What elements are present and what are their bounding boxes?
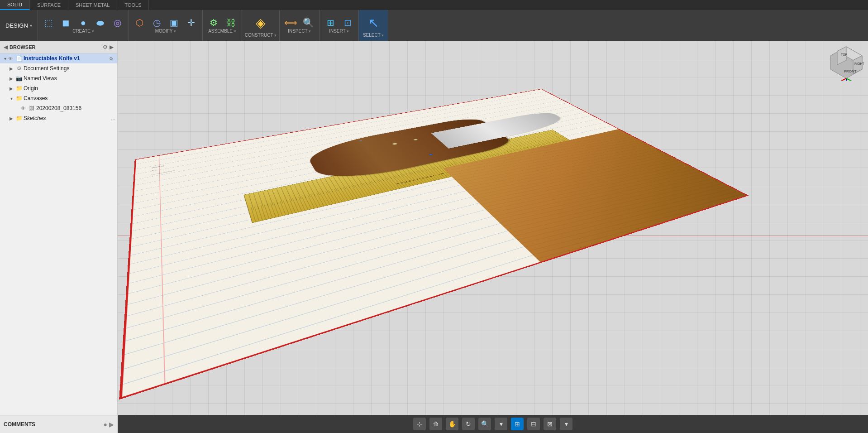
construct-section: ◈ CONSTRUCT ▾ [242, 10, 280, 41]
browser-expand-icon[interactable]: ▶ [110, 44, 114, 50]
root-settings[interactable]: ⚙ [109, 56, 115, 61]
visual-style-dropdown[interactable]: ▾ [560, 418, 572, 430]
doc-settings-label: Document Settings [24, 65, 115, 72]
snap-grid-btn[interactable]: ⊹ [413, 418, 426, 430]
named-views-icon: 📷 [15, 75, 23, 82]
select-btn[interactable]: ↖ [362, 14, 385, 32]
tree-item-origin[interactable]: ▶ 📁 Origin [0, 83, 117, 93]
construct-btn[interactable]: ◈ [249, 14, 272, 32]
canvas-file-eye[interactable]: 👁 [21, 106, 27, 111]
viewport-3d: Wating K Gu Gu Sample EDUCATIONAL IN NAT… [118, 41, 868, 415]
svg-text:FRONT: FRONT [844, 69, 857, 73]
sketches-folder-icon: 📁 [15, 115, 23, 122]
shell-btn[interactable]: ▣ [166, 17, 182, 28]
assemble-label: ASSEMBLE ▾ [208, 29, 236, 34]
viewport-plane[interactable]: Wating K Gu Gu Sample EDUCATIONAL IN NAT… [119, 89, 749, 399]
design-dropdown[interactable]: DESIGN ▾ [0, 10, 38, 41]
select-label: SELECT ▾ [363, 33, 384, 38]
visual-style-btn[interactable]: ⊠ [544, 418, 556, 430]
create-label: CREATE ▾ [72, 29, 94, 34]
bottom-status-bar: ⊹ ⟰ ✋ ↻ 🔍 ▾ ⊞ ⊟ ⊠ ▾ [118, 415, 868, 433]
svg-text:TOP: TOP [841, 53, 848, 56]
new-component-btn[interactable]: ⬚ [41, 17, 57, 28]
zoom-btn[interactable]: 🔍 [478, 418, 491, 430]
design-dropdown-arrow: ▾ [30, 23, 32, 28]
move-btn[interactable]: ✛ [183, 17, 200, 28]
measure-btn[interactable]: ⟺ [282, 17, 299, 28]
inspect-more-btn[interactable]: 🔍 [300, 17, 316, 28]
modify-group: ⬡ ◷ ▣ ✛ MODIFY ▾ [132, 17, 200, 34]
sketches-arrow[interactable]: ▶ [8, 116, 14, 121]
browser-tree: ▾ 👁 📄 Instructables Knife v1 ⚙ ▶ ⚙ Docum… [0, 53, 117, 123]
svg-text:RIGHT: RIGHT [854, 62, 864, 65]
insert-btn[interactable]: ⊞ [322, 17, 339, 28]
sphere-btn[interactable]: ● [75, 17, 91, 28]
torus-btn[interactable]: ◎ [110, 17, 126, 28]
toolbar-area: DESIGN ▾ ⬚ ◼ ● ⬬ [0, 10, 868, 41]
display-mode-btn[interactable]: ⊞ [511, 418, 524, 430]
view-cube[interactable]: FRONT RIGHT TOP Z X Y [828, 44, 864, 81]
browser-settings-icon[interactable]: ⚙ [103, 44, 108, 50]
tree-item-doc-settings[interactable]: ▶ ⚙ Document Settings [0, 63, 117, 73]
root-icon: 📄 [15, 55, 23, 62]
tree-item-named-views[interactable]: ▶ 📷 Named Views [0, 73, 117, 83]
press-pull-icon: ⬡ [136, 18, 143, 27]
joint-btn[interactable]: ⚙ [205, 17, 222, 28]
grid-display-btn[interactable]: ⊟ [527, 418, 540, 430]
press-pull-btn[interactable]: ⬡ [132, 17, 148, 28]
insert-mcmaster-icon: ⊡ [344, 18, 352, 27]
create-section: ⬚ ◼ ● ⬬ ◎ CREATE [38, 10, 129, 41]
doc-settings-arrow[interactable]: ▶ [8, 66, 14, 71]
create-group: ⬚ ◼ ● ⬬ ◎ CREATE [41, 17, 126, 34]
doc-settings-icon: ⚙ [15, 65, 23, 72]
sidebar: ◀ BROWSER ⚙ ▶ ▾ 👁 📄 Instructables Knife … [0, 41, 118, 415]
joint-icon: ⚙ [210, 18, 218, 27]
assemble-group: ⚙ ⛓ ASSEMBLE ▾ [205, 17, 239, 34]
fillet-btn[interactable]: ◷ [149, 17, 165, 28]
comments-panel: COMMENTS ● ▶ [0, 415, 118, 433]
tab-tools[interactable]: TOOLS [117, 0, 149, 10]
tab-surface[interactable]: SURFACE [30, 0, 68, 10]
insert-icon: ⊞ [327, 18, 334, 27]
tree-item-sketches[interactable]: ▶ 📁 Sketches … [0, 113, 117, 123]
design-label: DESIGN [5, 22, 28, 29]
inspect-group: ⟺ 🔍 INSPECT ▾ [282, 17, 316, 34]
root-eye[interactable]: 👁 [8, 56, 14, 61]
canvases-label: Canvases [24, 95, 115, 101]
cylinder-btn[interactable]: ⬬ [92, 17, 109, 28]
pan-btn[interactable]: ✋ [446, 418, 458, 430]
browser-collapse-icon[interactable]: ◀ [4, 44, 8, 50]
inspect-label: INSPECT ▾ [288, 29, 311, 34]
zoom-dropdown-btn[interactable]: ▾ [495, 418, 507, 430]
named-views-arrow[interactable]: ▶ [8, 76, 14, 81]
tree-item-root[interactable]: ▾ 👁 📄 Instructables Knife v1 ⚙ [0, 53, 117, 63]
snap-settings-btn[interactable]: ⟰ [429, 418, 442, 430]
cylinder-icon: ⬬ [96, 18, 104, 27]
canvases-folder-icon: 📁 [15, 95, 23, 102]
canvas-file-label: 20200208_083156 [36, 105, 115, 111]
plane-content: Wating K Gu Gu Sample EDUCATIONAL IN NAT… [120, 89, 748, 399]
root-arrow[interactable]: ▾ [2, 56, 8, 61]
as-built-joint-btn[interactable]: ⛓ [223, 17, 239, 28]
box-icon: ◼ [62, 18, 70, 27]
viewport[interactable]: Wating K Gu Gu Sample EDUCATIONAL IN NAT… [118, 41, 868, 415]
canvas-file-icon: 🖼 [28, 105, 35, 112]
tree-item-canvases[interactable]: ▾ 📁 Canvases [0, 93, 117, 103]
origin-arrow[interactable]: ▶ [8, 86, 14, 91]
tab-bar: SOLID SURFACE SHEET METAL TOOLS [0, 0, 868, 10]
modify-label: MODIFY ▾ [155, 29, 176, 34]
tree-item-canvas-file[interactable]: 👁 🖼 20200208_083156 [0, 103, 117, 113]
assemble-section: ⚙ ⛓ ASSEMBLE ▾ [203, 10, 242, 41]
svg-line-9 [846, 78, 855, 81]
move-icon: ✛ [187, 18, 195, 27]
tab-solid[interactable]: SOLID [0, 0, 30, 10]
canvases-arrow[interactable]: ▾ [8, 96, 14, 101]
insert-mcmaster-btn[interactable]: ⊡ [339, 17, 356, 28]
tab-sheet-metal[interactable]: SHEET METAL [68, 0, 117, 10]
comments-expand-icon[interactable]: ● [104, 421, 107, 428]
orbit-btn[interactable]: ↻ [462, 418, 475, 430]
box-btn[interactable]: ◼ [58, 17, 74, 28]
insert-label: INSERT ▾ [329, 29, 349, 34]
inspect-more-icon: 🔍 [303, 18, 314, 27]
comments-arrow-icon[interactable]: ▶ [109, 421, 114, 428]
